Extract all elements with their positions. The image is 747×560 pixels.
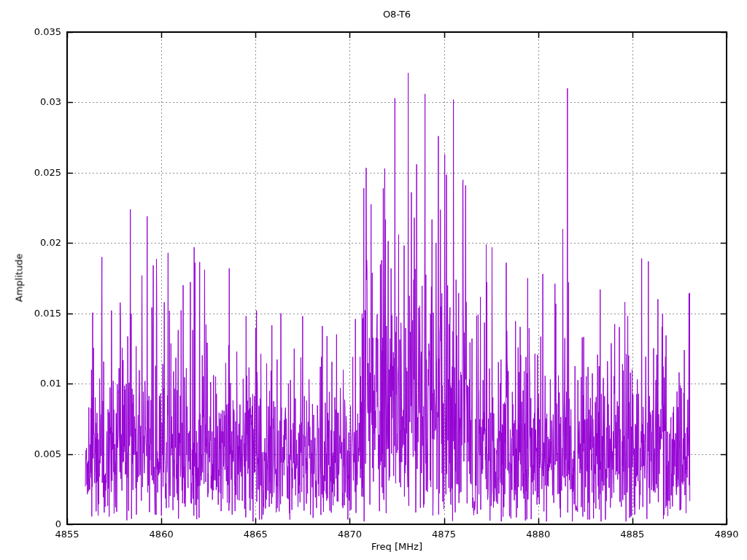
y-tick-label: 0.03 (0, 96, 61, 107)
x-tick-label: 4870 (326, 529, 373, 540)
x-tick-label: 4855 (44, 529, 90, 540)
y-tick-label: 0.015 (0, 308, 61, 319)
chart-title: O8-T6 (383, 9, 411, 20)
plot-canvas (0, 0, 747, 560)
x-tick-label: 4860 (138, 529, 185, 540)
y-tick-label: 0.035 (0, 26, 61, 37)
x-axis-label: Freq [MHz] (371, 541, 422, 552)
x-tick-label: 4875 (421, 529, 468, 540)
y-axis-label: Amplitude (14, 254, 25, 303)
y-tick-label: 0.025 (0, 167, 61, 178)
y-tick-label: 0.005 (0, 448, 61, 459)
x-tick-label: 4880 (515, 529, 562, 540)
y-tick-label: 0.01 (0, 378, 61, 389)
x-tick-label: 4890 (703, 529, 747, 540)
spectrum-figure: O8-T6 Freq [MHz] Amplitude 00.0050.010.0… (0, 0, 747, 560)
y-tick-label: 0.02 (0, 237, 61, 248)
y-tick-label: 0 (0, 518, 61, 529)
x-tick-label: 4885 (609, 529, 656, 540)
x-tick-label: 4865 (232, 529, 279, 540)
